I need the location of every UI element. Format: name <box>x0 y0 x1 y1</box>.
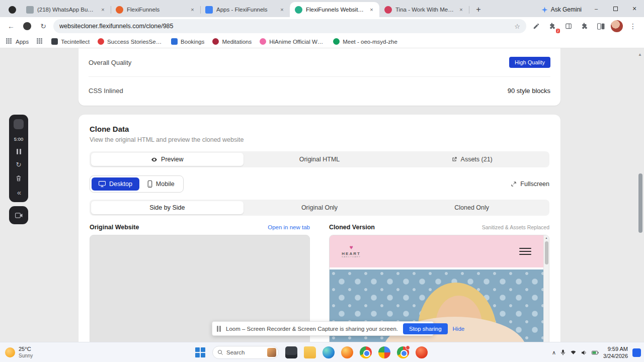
apps-favicon-icon <box>205 6 213 14</box>
overall-quality-row: Overall Quality High Quality <box>89 48 550 76</box>
tab-close-icon[interactable]: × <box>189 6 196 14</box>
windows-taskbar: 25°C Sunny Search ∧ <box>0 342 644 362</box>
preview-scrollbar[interactable]: ▲ <box>543 235 549 342</box>
restart-icon[interactable]: ↻ <box>16 161 22 168</box>
tab-close-icon[interactable]: × <box>457 6 465 14</box>
window-close-icon[interactable]: × <box>625 0 644 17</box>
preview-scroll-up-icon[interactable]: ▲ <box>544 235 549 241</box>
bookmark-label: HiAnime Official We... <box>269 39 325 45</box>
bookmark-label: Apps <box>16 39 29 45</box>
stop-recording-button[interactable] <box>14 119 24 129</box>
firefox-icon[interactable] <box>341 346 353 358</box>
hianime-favicon-icon <box>260 38 266 45</box>
chrome-profile-icon[interactable] <box>397 346 409 358</box>
tab-close-icon[interactable]: × <box>278 6 286 14</box>
sidebar-icon[interactable] <box>562 20 575 32</box>
new-tab-button[interactable]: + <box>472 3 485 16</box>
hide-link[interactable]: Hide <box>453 326 465 332</box>
notification-dot <box>406 345 410 350</box>
assets-icon <box>451 156 457 162</box>
camera-icon <box>15 213 23 218</box>
start-button[interactable] <box>195 347 206 358</box>
taskbar-clock[interactable]: 9:59 AM 3/24/2026 <box>603 345 628 360</box>
bookmark-meditations[interactable]: Meditations <box>212 38 252 45</box>
minimize-icon[interactable]: – <box>587 0 606 17</box>
tab-apps-flexifunnels[interactable]: Apps - FlexiFunnels × <box>200 2 290 17</box>
bookmark-hianime[interactable]: HiAnime Official We... <box>260 38 325 45</box>
chrome-icon[interactable] <box>360 346 372 358</box>
file-explorer-icon[interactable] <box>304 346 316 358</box>
weather-widget[interactable]: 25°C Sunny <box>5 342 33 362</box>
phone-icon <box>147 180 152 188</box>
tab-website-clone-active[interactable]: FlexiFunnels Website Clone × <box>290 2 379 17</box>
rewind-icon[interactable]: « <box>17 189 20 196</box>
pinned-tab[interactable] <box>3 2 21 17</box>
bookmarks-bar: Apps Tecintellect Success StoriesSee... … <box>0 35 644 48</box>
profile-avatar[interactable] <box>611 20 623 32</box>
brave-icon[interactable] <box>416 346 428 358</box>
bookmark-tecintellect[interactable]: Tecintellect <box>51 38 90 45</box>
tab-flexifunnels[interactable]: FlexiFunnels × <box>111 2 200 17</box>
weather-condition: Sunny <box>19 353 33 359</box>
maximize-icon[interactable] <box>606 0 625 17</box>
mic-icon[interactable] <box>560 349 566 355</box>
quality-card: Overall Quality High Quality CSS Inlined… <box>78 48 560 106</box>
photos-app-icon[interactable] <box>378 346 390 358</box>
extensions-puzzle-icon[interactable] <box>579 20 591 32</box>
page-scrollbar-thumb[interactable] <box>638 173 642 233</box>
split-view-icon[interactable] <box>595 20 607 32</box>
page-viewport: Overall Quality High Quality CSS Inlined… <box>0 48 644 342</box>
stop-sharing-button[interactable]: Stop sharing <box>403 323 448 334</box>
bookmark-bookings[interactable]: Bookings <box>171 38 204 45</box>
tab-cloned-only[interactable]: Cloned Only <box>395 201 548 214</box>
mobile-button[interactable]: Mobile <box>140 177 182 191</box>
hamburger-menu-icon[interactable] <box>519 246 531 257</box>
tecintellect-favicon-icon <box>51 38 58 45</box>
tray-chevron-up-icon[interactable]: ∧ <box>552 349 556 356</box>
taskbar-search[interactable]: Search <box>212 346 279 359</box>
tab-close-icon[interactable]: × <box>99 6 107 14</box>
battery-icon[interactable] <box>592 350 599 355</box>
pause-icon[interactable] <box>17 149 21 154</box>
recording-timer: 5:00 <box>14 136 24 142</box>
tab-preview[interactable]: Preview <box>91 153 244 166</box>
bookmark-grid-shortcut[interactable] <box>37 38 43 45</box>
maximize-square <box>613 7 618 11</box>
bookmark-success-stories[interactable]: Success StoriesSee... <box>98 38 163 45</box>
bookmark-label: Success StoriesSee... <box>107 39 163 45</box>
ask-gemini-button[interactable]: Ask Gemini <box>536 2 587 17</box>
tab-original-only[interactable]: Original Only <box>244 201 396 214</box>
camera-bubble-button[interactable] <box>9 206 28 224</box>
preview-scrollbar-thumb[interactable] <box>545 241 548 264</box>
taskview-app-icon[interactable] <box>285 346 297 358</box>
forward-button[interactable] <box>21 20 33 32</box>
extension-with-badge-icon[interactable]: 2 <box>546 20 558 32</box>
tab-original-html[interactable]: Original HTML <box>244 153 396 166</box>
tab-close-icon[interactable]: × <box>368 6 375 14</box>
address-bar[interactable]: websitecloner.flexifunnels.com/clone/985… <box>53 19 526 33</box>
reload-icon[interactable]: ↻ <box>37 20 49 32</box>
desktop-button[interactable]: Desktop <box>92 177 139 191</box>
bookmark-star-icon[interactable]: ☆ <box>514 23 520 30</box>
trash-icon[interactable] <box>16 175 22 182</box>
menu-dots-icon[interactable]: ⋮ <box>627 20 639 32</box>
sun-icon <box>5 347 15 357</box>
pen-icon[interactable] <box>530 20 542 32</box>
bookmark-meet[interactable]: Meet - oeo-msyd-zhe <box>333 38 397 45</box>
fullscreen-button[interactable]: Fullscreen <box>511 180 549 188</box>
volume-icon[interactable] <box>581 350 587 355</box>
search-daily-art-icon <box>267 348 276 357</box>
edge-icon[interactable] <box>323 346 335 358</box>
wifi-icon[interactable] <box>570 350 577 355</box>
tab-assets[interactable]: Assets (21) <box>395 153 548 166</box>
page-scroll-up-icon[interactable]: ▲ <box>638 52 642 57</box>
tab-whatsapp-business[interactable]: (218) WhatsApp Business × <box>21 2 111 17</box>
tab-preview-label: Preview <box>161 156 183 163</box>
forward-icon <box>23 22 31 30</box>
notification-center-icon[interactable] <box>632 348 641 357</box>
tab-tina-work-with-me[interactable]: Tina - Work With Me - 2.12 × <box>379 2 469 17</box>
back-icon[interactable]: ← <box>5 20 17 32</box>
tab-side-by-side[interactable]: Side by Side <box>91 201 244 214</box>
open-in-new-tab-link[interactable]: Open in new tab <box>268 224 310 230</box>
bookmark-apps[interactable]: Apps <box>6 38 29 45</box>
